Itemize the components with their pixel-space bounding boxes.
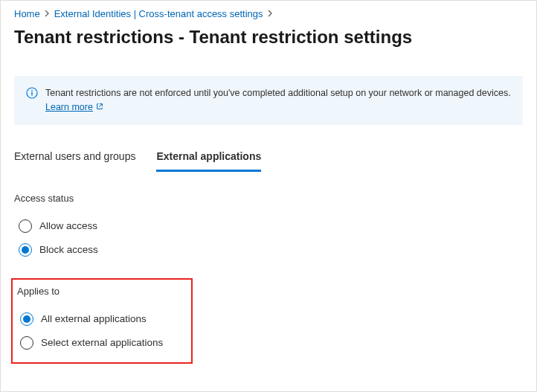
page-title: Tenant restrictions - Tenant restriction… [14,27,523,48]
radio-label: All external applications [41,313,147,324]
radio-icon [20,336,33,350]
applies-to-group: All external applications Select externa… [14,307,184,355]
radio-label: Allow access [39,220,97,231]
radio-label: Block access [39,244,98,255]
info-banner: Tenant restrictions are not enforced unt… [14,76,523,125]
tabs: External users and groups External appli… [14,146,523,172]
tab-external-users-groups[interactable]: External users and groups [14,146,135,172]
radio-icon [20,312,33,326]
radio-icon [19,243,32,257]
learn-more-link[interactable]: Learn more [45,100,103,115]
radio-label: Select external applications [41,337,163,348]
breadcrumb: Home External Identities | Cross-tenant … [14,8,523,19]
radio-all-external-applications[interactable]: All external applications [20,307,184,331]
breadcrumb-external-identities[interactable]: External Identities | Cross-tenant acces… [54,8,263,19]
tab-external-applications[interactable]: External applications [156,146,261,172]
radio-icon [19,219,32,233]
applies-to-label: Applies to [17,286,184,297]
breadcrumb-home[interactable]: Home [14,8,40,19]
chevron-right-icon [45,10,50,19]
access-status-group: Allow access Block access [14,214,523,262]
svg-point-1 [31,90,33,91]
chevron-right-icon [268,10,273,19]
info-icon [26,87,38,103]
applies-to-highlight: Applies to All external applications Sel… [11,278,193,364]
external-link-icon [96,100,103,115]
radio-select-external-applications[interactable]: Select external applications [20,331,184,355]
access-status-label: Access status [14,193,523,204]
svg-rect-2 [31,92,32,96]
radio-block-access[interactable]: Block access [19,238,523,262]
radio-allow-access[interactable]: Allow access [19,214,523,238]
banner-text: Tenant restrictions are not enforced unt… [45,88,511,98]
